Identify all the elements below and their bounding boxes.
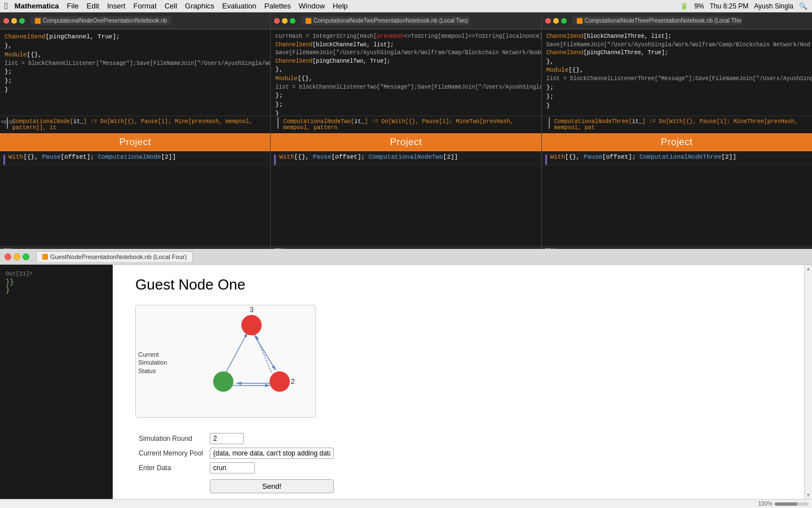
nb2-line-7: list = blockChannelListenerTwo["Message"… — [275, 84, 536, 92]
scroll-up-icon[interactable]: ▲ — [806, 266, 811, 271]
menu-help[interactable]: Help — [333, 2, 348, 10]
bottom-tab-icon — [42, 254, 48, 260]
menu-format[interactable]: Format — [133, 2, 156, 10]
memory-pool-input[interactable] — [210, 448, 334, 459]
graph-node-right — [270, 371, 290, 392]
enter-data-label: Enter Data — [135, 461, 206, 475]
graph-node-left — [213, 371, 233, 392]
nb2-line-1: currHash = IntegerString[Hash[prevHash<>… — [275, 33, 536, 41]
nb3-line-1: ChannelSend[blockChannelThree, list]; — [546, 33, 807, 41]
mem-pool-cell — [206, 446, 337, 461]
nb1-tab[interactable]: ComputationalNodeOnePresentationNotebook… — [30, 16, 171, 25]
bottom-close[interactable] — [5, 253, 11, 260]
nb2-line-10: } — [275, 110, 536, 115]
nb3-tabbar: ComputationalNodeThreePresentationNotebo… — [542, 12, 812, 29]
menu-palettes[interactable]: Palettes — [264, 2, 291, 10]
nb2-project-label: Project — [390, 137, 422, 147]
nb2-tabbar: ComputationalNodeTwoPresentationNotebook… — [271, 12, 541, 29]
zoom-scrollbar[interactable] — [775, 502, 809, 506]
search-icon[interactable]: 🔍 — [799, 2, 807, 10]
mem-pool-label: Current Memory Pool — [135, 446, 206, 461]
bottom-tab[interactable]: GuestNodePresentationNotebook.nb (Local … — [36, 251, 193, 262]
nb3-code: ChannelSend[blockChannelThree, list]; Sa… — [542, 29, 812, 116]
nb3-min[interactable] — [553, 18, 559, 24]
nb1-line-3: Module[{}, — [5, 51, 266, 60]
nb2-close[interactable] — [274, 18, 280, 24]
form-row-data: Enter Data — [135, 461, 337, 475]
form-row-mempool: Current Memory Pool — [135, 446, 337, 461]
graph-simulation-area: Current Simulation Status — [135, 305, 316, 418]
menu-mathematica[interactable]: Mathematica — [15, 2, 59, 10]
nb1-project-label: Project — [119, 137, 151, 147]
battery-icon: 🔋 — [680, 2, 689, 10]
graph-label-2: 2 — [290, 377, 294, 386]
nb3-line-4: }, — [546, 58, 807, 67]
zoom-thumb — [775, 502, 797, 506]
svg-line-4 — [255, 335, 271, 372]
nb3-tab[interactable]: ComputationalNodeThreePresentationNotebo… — [572, 16, 742, 25]
nb2-max[interactable] — [290, 18, 295, 24]
enter-data-cell — [206, 461, 337, 475]
scroll-down-icon[interactable]: ▼ — [806, 492, 811, 498]
nb2-cellin-text[interactable]: ComputationalNodeTwo[it_] := Do[With[{},… — [281, 117, 541, 132]
nb3-cellin-text[interactable]: ComputationalNodeThree[it_] := Do[With[{… — [552, 117, 812, 132]
nb3-project-bar: Project — [542, 133, 812, 151]
bottom-tab-label: GuestNodePresentationNotebook.nb (Local … — [50, 253, 187, 260]
nb1-line-5: }; — [5, 68, 266, 77]
send-button[interactable]: Send! — [210, 479, 334, 493]
nb2-cell: With[{}, Pause[offset]; ComputationalNod… — [271, 151, 541, 167]
nb1-cell-border — [3, 155, 5, 165]
form-row-round: Simulation Round — [135, 431, 337, 446]
nb2-bracket — [271, 117, 279, 129]
nb3-line-7: }; — [546, 84, 807, 93]
bottom-max[interactable] — [23, 253, 29, 260]
nb1-cell-text[interactable]: With[{}, Pause[offset]; ComputationalNod… — [8, 154, 176, 160]
nb3-line-8: }; — [546, 93, 807, 102]
sim-round-cell — [206, 431, 337, 446]
nb2-min[interactable] — [282, 18, 288, 24]
nb1-bracket: In[11]:= — [0, 117, 8, 129]
nb3-cellin: ComputationalNodeThree[it_] := Do[With[{… — [542, 116, 812, 133]
right-scrollbar[interactable]: ▲ ▼ — [804, 265, 812, 499]
nb3-bracket — [542, 117, 550, 129]
menu-window[interactable]: Window — [299, 2, 325, 10]
nb3-cell-text[interactable]: With[{}, Pause[offset]; ComputationalNod… — [550, 154, 736, 160]
menu-edit[interactable]: Edit — [87, 2, 99, 10]
svg-line-3 — [226, 332, 248, 372]
nb3-close[interactable] — [545, 18, 551, 24]
nb1-code: ChannelSend[pingChannel, True]; }, Modul… — [0, 29, 270, 116]
simulation-round-input[interactable] — [210, 433, 244, 444]
svg-line-1 — [251, 331, 276, 370]
menu-cell[interactable]: Cell — [165, 2, 177, 10]
nb1-project-bar: Project — [0, 133, 270, 151]
menu-file[interactable]: File — [67, 2, 79, 10]
nb2-tab-label: ComputationalNodeTwoPresentationNotebook… — [314, 17, 468, 24]
graph-label-3: 3 — [249, 305, 253, 314]
nb3-cell-border — [545, 155, 547, 165]
nb3-max[interactable] — [561, 18, 567, 24]
apple-menu[interactable]:  — [5, 1, 8, 11]
nb1-max[interactable] — [19, 18, 25, 24]
menu-graphics[interactable]: Graphics — [185, 2, 214, 10]
menu-insert[interactable]: Insert — [107, 2, 126, 10]
nb2-line-5: }, — [275, 65, 536, 75]
bottom-traffic — [5, 253, 29, 260]
nb1-cell: With[{}, Pause[offset]; ComputationalNod… — [0, 151, 270, 167]
nb2-cell-text[interactable]: With[{}, Pause[offset]; ComputationalNod… — [279, 154, 458, 160]
nb1-cellin-text[interactable]: ComputationalNode[it_] := Do[With[{}, Pa… — [10, 117, 270, 132]
bottom-min[interactable] — [14, 253, 20, 260]
nb1-line-7: } — [5, 86, 266, 95]
nb3-tab-icon — [577, 18, 582, 24]
bottom-main: Guest Node One Current Simulation Status — [113, 265, 804, 499]
nb2-tab[interactable]: ComputationalNodeTwoPresentationNotebook… — [301, 16, 470, 25]
nb1-tab-label: ComputationalNodeOnePresentationNotebook… — [43, 17, 167, 24]
menu-evaluation[interactable]: Evaluation — [222, 2, 257, 10]
clock: Thu 8:25 PM — [709, 2, 748, 10]
enter-data-input[interactable] — [210, 462, 255, 474]
nb3-line-2: Save[FileNameJoin["/Users/AyushSingla/Wo… — [546, 41, 807, 50]
bottom-code-brace2: } — [6, 286, 107, 294]
nb2-cell-border — [274, 155, 276, 165]
nb1-min[interactable] — [11, 18, 17, 24]
nb3-project-label: Project — [661, 137, 692, 147]
nb1-close[interactable] — [3, 18, 9, 24]
